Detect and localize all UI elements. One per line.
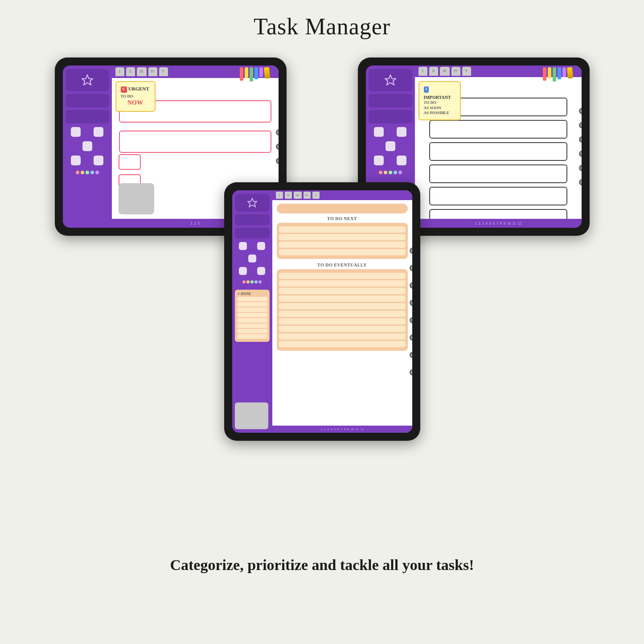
center-sidebar: ✓ DONE [232,190,272,433]
bottom-tagline: Categorize, prioritize and tackle all yo… [170,557,474,574]
done-section: ✓ DONE [235,290,270,342]
page-title: Task Manager [254,13,390,40]
svg-marker-0 [82,75,92,85]
svg-marker-1 [385,75,395,85]
to-do-next-list [277,223,408,259]
important-sticky: I IMPORTANT TO DO AS SOON AS POSSIBLE [418,81,461,120]
star-icon-right [384,74,397,86]
bottom-square-left [119,183,154,214]
to-do-next-label: TO DO NEXT [277,216,408,221]
bottom-square-center [235,402,268,429]
right-page: I II III IV V I IMPORTANT [415,66,582,228]
left-sidebar [63,66,112,228]
dark-task-box-2 [429,120,567,139]
center-page: I II III IV V TO DO NEXT [272,190,412,433]
to-do-eventually-label: TO DO EVENTUALLY [277,263,408,267]
star-icon [81,74,94,86]
task-box-2 [119,131,271,153]
urgent-sticky: U URGENT TO DO NOW [115,81,156,112]
dark-task-box-3 [429,142,567,161]
dark-task-box-4 [429,164,567,183]
tablet-center: ✓ DONE I II II [224,182,420,441]
svg-marker-2 [248,198,257,207]
star-icon-center [247,197,258,208]
done-label: ✓ DONE [237,292,267,296]
to-do-next-header [277,204,408,213]
dark-task-box-5 [429,187,567,205]
to-do-eventually-list [277,269,408,351]
tablets-container: I II III IV V U URGENT [55,57,590,548]
